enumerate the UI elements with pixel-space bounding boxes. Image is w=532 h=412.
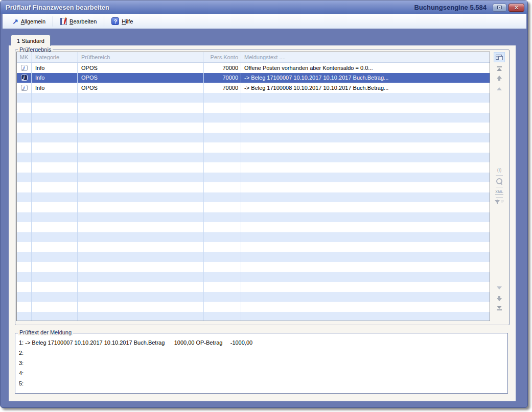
close-button[interactable]: × [508, 4, 524, 12]
scroll-down-icon[interactable] [497, 286, 502, 289]
allgemein-button[interactable]: ↗ Allgemein [8, 16, 50, 27]
go-first-icon[interactable] [497, 66, 502, 71]
close-icon: × [515, 5, 518, 11]
magnifier-icon[interactable] [496, 178, 502, 184]
grid-tool-strip: (I) XML [492, 168, 507, 203]
info-bubble-icon: i [21, 75, 28, 81]
xml-icon[interactable]: XML [495, 190, 503, 195]
arrow-up-right-icon: ↗ [12, 18, 18, 25]
table-row[interactable]: i Info OPOS 70000 Offene Posten vorhande… [17, 63, 490, 73]
table-row-empty [17, 302, 490, 312]
hilfe-button[interactable]: ? Hilfe [107, 15, 137, 27]
scroll-up-icon[interactable] [497, 87, 502, 90]
cell-perskonto: 70000 [204, 83, 241, 93]
cell-meldungstext: -> Beleg 17100007 10.10.2017 10.10.2017 … [241, 73, 490, 83]
table-row-empty [17, 173, 490, 183]
move-down-icon[interactable] [497, 296, 502, 301]
bearbeiten-label: Bearbeiten [70, 18, 97, 25]
notebook-pen-icon [60, 18, 67, 25]
help-question-icon: ? [111, 17, 119, 25]
table-body: i Info OPOS 70000 Offene Posten vorhande… [17, 63, 490, 321]
table-row-empty [17, 272, 490, 282]
table-row-empty [17, 93, 490, 103]
table-row-empty [17, 222, 490, 232]
table-row-empty [17, 162, 490, 173]
table-row-empty [17, 312, 490, 322]
cell-kategorie: Info [32, 63, 78, 73]
table-row-empty [17, 103, 490, 113]
table-row-empty [17, 133, 490, 143]
table-row-empty [17, 242, 490, 252]
col-header-pruefbereich[interactable]: Prüfbereich [78, 52, 204, 62]
cell-pruefbereich: OPOS [78, 83, 204, 93]
minimize-button[interactable] [493, 4, 506, 12]
columns-layout-icon[interactable] [494, 52, 505, 62]
table-header: MK Kategorie Prüfbereich Pers.Konto Meld… [17, 52, 490, 63]
table-row[interactable]: i Info OPOS 70000 -> Beleg 17100008 10.1… [17, 83, 490, 93]
tab-standard[interactable]: 1 Standard [11, 35, 51, 46]
message-text-area: 1: -> Beleg 17100007 10.10.2017 10.10.20… [19, 337, 499, 389]
table-row-empty [17, 282, 490, 292]
paren-i-icon[interactable]: (I) [497, 168, 502, 173]
cell-kategorie: Info [32, 73, 78, 83]
table-row-empty [17, 113, 490, 123]
cell-perskonto: 70000 [204, 63, 241, 73]
table-row-empty [17, 153, 490, 163]
col-header-kategorie[interactable]: Kategorie [32, 52, 78, 62]
grid-nav-strip-bottom [492, 286, 507, 311]
col-header-perskonto[interactable]: Pers.Konto [204, 52, 241, 62]
info-bubble-icon: i [21, 85, 28, 91]
allgemein-label: Allgemein [21, 18, 45, 25]
table-row-empty [17, 252, 490, 262]
cell-meldungstext: -> Beleg 17100008 10.10.2017 10.10.2017 … [241, 83, 490, 93]
go-last-icon[interactable] [497, 306, 502, 311]
cell-meldungstext: Offene Posten vorhanden aber Kontensaldo… [241, 63, 490, 73]
grid-nav-strip-top [492, 52, 507, 90]
cell-pruefbereich: OPOS [78, 63, 204, 73]
info-bubble-icon: i [21, 65, 28, 71]
table-row-empty [17, 182, 490, 192]
table-row-empty [17, 232, 490, 243]
result-table: MK Kategorie Prüfbereich Pers.Konto Meld… [16, 52, 490, 321]
cell-pruefbereich: OPOS [78, 73, 204, 83]
table-row-empty [17, 192, 490, 203]
message-line: 3: [19, 358, 499, 368]
filter-icon[interactable] [495, 200, 504, 203]
titlebar: Prüflauf Finanzwesen bearbeiten Buchungs… [1, 1, 527, 14]
minimize-icon [497, 6, 502, 9]
move-up-icon[interactable] [497, 76, 502, 81]
toolbar: ↗ Allgemein Bearbeiten ? Hilfe [3, 14, 526, 29]
engine-version-label: Buchungsengine 5.584 [414, 4, 487, 11]
table-row-empty [17, 262, 490, 272]
table-row-empty [17, 202, 490, 212]
table-row-empty [17, 123, 490, 133]
bearbeiten-button[interactable]: Bearbeiten [56, 16, 101, 27]
col-header-mk[interactable]: MK [17, 52, 32, 62]
cell-kategorie: Info [32, 83, 78, 93]
table-row-selected[interactable]: i Info OPOS 70000 -> Beleg 17100007 10.1… [17, 73, 490, 83]
app-window: Prüflauf Finanzwesen bearbeiten Buchungs… [0, 0, 528, 408]
window-title: Prüflauf Finanzwesen bearbeiten [6, 4, 109, 11]
toolbar-separator [53, 16, 53, 27]
message-line: 1: -> Beleg 17100007 10.10.2017 10.10.20… [19, 337, 499, 348]
prueftext-group-label: Prüftext der Meldung [18, 329, 73, 335]
message-line: 4: [19, 368, 499, 378]
message-line: 2: [19, 348, 499, 358]
tab-standard-label: 1 Standard [17, 38, 44, 44]
hilfe-label: Hilfe [122, 18, 133, 25]
message-line: 5: [19, 378, 499, 389]
col-header-meldungstext[interactable]: Meldungstext .... [241, 52, 490, 62]
table-row-empty [17, 212, 490, 223]
table-row-empty [17, 292, 490, 302]
toolbar-separator [104, 16, 104, 27]
cell-perskonto: 70000 [204, 73, 241, 83]
table-row-empty [17, 142, 490, 153]
